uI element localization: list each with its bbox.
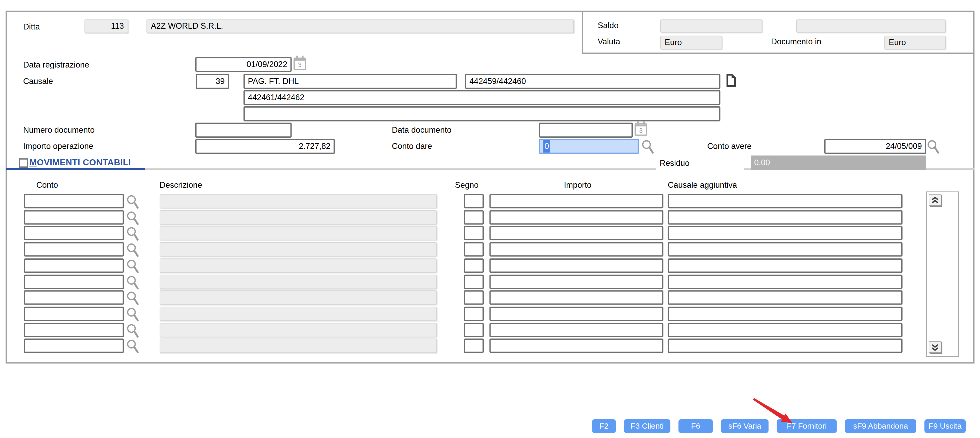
causale-aggiuntiva-input[interactable]: [668, 306, 902, 321]
data-documento-input[interactable]: [539, 122, 633, 138]
conto-dare-label: Conto dare: [392, 141, 432, 151]
importo-operazione-input[interactable]: 2.727,82: [195, 139, 335, 154]
causale-aggiuntiva-input[interactable]: [668, 322, 902, 337]
descrizione-field: [160, 242, 437, 257]
causale-descrizione-input[interactable]: PAG. FT. DHL: [243, 74, 457, 89]
importo-input[interactable]: [490, 242, 663, 257]
segno-input[interactable]: [464, 306, 484, 321]
descrizione-field: [160, 226, 437, 240]
search-icon[interactable]: [126, 211, 140, 228]
segno-input[interactable]: [464, 226, 484, 240]
conto-input[interactable]: [24, 242, 124, 257]
conto-input[interactable]: [24, 274, 124, 289]
residuo-label: Residuo: [659, 158, 691, 168]
column-header-descrizione: Descrizione: [160, 180, 202, 190]
causale-aggiuntiva-input[interactable]: [668, 210, 902, 224]
ditta-name-field: A2Z WORLD S.R.L.: [146, 19, 574, 33]
calendar-icon[interactable]: 3: [294, 58, 306, 70]
search-icon[interactable]: [126, 291, 140, 308]
scroll-up-icon[interactable]: [929, 194, 942, 206]
conto-avere-input[interactable]: 24/05/009: [824, 139, 926, 154]
column-header-segno: Segno: [455, 180, 479, 190]
active-tab-underline: [6, 168, 145, 170]
importo-input[interactable]: [490, 226, 663, 240]
saldo-panel-bottom-border: [582, 53, 975, 54]
search-icon[interactable]: [126, 340, 140, 357]
conto-input[interactable]: [24, 339, 124, 353]
table-row: [0, 339, 980, 353]
segno-input[interactable]: [464, 290, 484, 305]
search-icon[interactable]: [927, 140, 940, 157]
fkey-button-f6[interactable]: F6: [679, 419, 713, 433]
importo-input[interactable]: [490, 322, 663, 337]
conto-avere-label: Conto avere: [707, 141, 752, 151]
segno-input[interactable]: [464, 210, 484, 224]
conto-input[interactable]: [24, 322, 124, 337]
document-icon[interactable]: [726, 74, 736, 89]
segno-input[interactable]: [464, 274, 484, 289]
conto-input[interactable]: [24, 306, 124, 321]
causale-nota2-input[interactable]: 442461/442462: [243, 90, 721, 105]
numero-documento-input[interactable]: [195, 122, 292, 138]
table-row: [0, 274, 980, 289]
search-icon[interactable]: [126, 275, 140, 292]
fkey-button-f9-uscita[interactable]: F9 Uscita: [924, 419, 966, 433]
calendar-icon[interactable]: 3: [635, 123, 647, 136]
search-icon[interactable]: [126, 259, 140, 276]
column-header-importo: Importo: [564, 180, 592, 190]
fkey-button-f7-fornitori[interactable]: F7 Fornitori: [776, 419, 837, 433]
table-row: [0, 226, 980, 240]
rows-scrollbar[interactable]: [926, 191, 959, 357]
scroll-down-icon[interactable]: [929, 341, 942, 353]
saldo-value-field-2: [796, 19, 946, 32]
conto-input[interactable]: [24, 210, 124, 224]
causale-aggiuntiva-input[interactable]: [668, 242, 902, 257]
search-icon[interactable]: [126, 227, 140, 244]
segno-input[interactable]: [464, 194, 484, 208]
segno-input[interactable]: [464, 242, 484, 257]
calendar-ring: [643, 122, 644, 125]
data-registrazione-input[interactable]: 01/09/2022: [195, 57, 292, 72]
causale-aggiuntiva-input[interactable]: [668, 259, 902, 273]
search-icon[interactable]: [641, 140, 655, 157]
search-icon[interactable]: [126, 323, 140, 341]
importo-input[interactable]: [490, 306, 663, 321]
segno-input[interactable]: [464, 322, 484, 337]
fkey-button-f2[interactable]: F2: [592, 419, 616, 433]
numero-documento-label: Numero documento: [23, 125, 95, 135]
importo-input[interactable]: [490, 194, 663, 208]
descrizione-field: [160, 194, 437, 208]
conto-dare-input[interactable]: 0: [539, 139, 639, 154]
importo-input[interactable]: [490, 290, 663, 305]
search-icon[interactable]: [126, 195, 140, 212]
function-key-bar: F2F3 ClientiF6sF6 VariaF7 FornitorisF9 A…: [592, 419, 966, 433]
causale-aggiuntiva-input[interactable]: [668, 226, 902, 240]
causale-aggiuntiva-input[interactable]: [668, 339, 902, 353]
causale-aggiuntiva-input[interactable]: [668, 274, 902, 289]
documento-in-field: Euro: [884, 36, 946, 49]
search-icon[interactable]: [126, 243, 140, 260]
fkey-button-sf9-abbandona[interactable]: sF9 Abbandona: [845, 419, 916, 433]
importo-input[interactable]: [490, 339, 663, 353]
causale-nota1-input[interactable]: 442459/442460: [465, 74, 720, 89]
causale-aggiuntiva-input[interactable]: [668, 290, 902, 305]
conto-input[interactable]: [24, 226, 124, 240]
causale-code-input[interactable]: 39: [196, 74, 229, 89]
conto-input[interactable]: [24, 259, 124, 273]
movimenti-checkbox[interactable]: [19, 158, 28, 168]
causale-aggiuntiva-input[interactable]: [668, 194, 902, 208]
segno-input[interactable]: [464, 259, 484, 273]
segno-input[interactable]: [464, 339, 484, 353]
causale-nota3-input[interactable]: [243, 106, 721, 122]
importo-input[interactable]: [490, 210, 663, 224]
descrizione-field: [160, 290, 437, 305]
importo-input[interactable]: [490, 259, 663, 273]
calendar-ring: [296, 56, 298, 59]
conto-input[interactable]: [24, 194, 124, 208]
fkey-button-f3-clienti[interactable]: F3 Clienti: [624, 419, 670, 433]
movimenti-contabili-tab[interactable]: MOVIMENTI CONTABILI: [29, 157, 131, 167]
conto-input[interactable]: [24, 290, 124, 305]
importo-input[interactable]: [490, 274, 663, 289]
search-icon[interactable]: [126, 307, 140, 325]
fkey-button-sf6-varia[interactable]: sF6 Varia: [721, 419, 768, 433]
